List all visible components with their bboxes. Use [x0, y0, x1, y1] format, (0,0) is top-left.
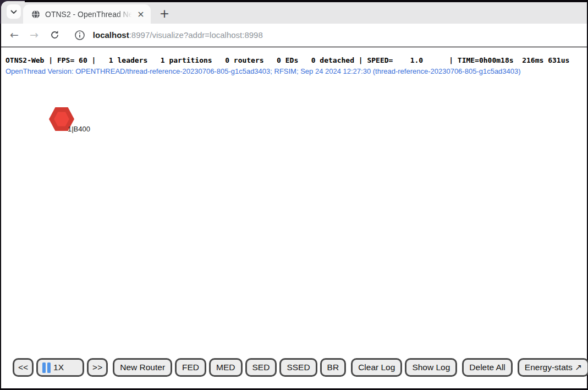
tab-list-button[interactable]: [7, 4, 21, 19]
otns-canvas: OTNS2-Web | FPS= 60 | 1 leaders 1 partit…: [1, 47, 587, 388]
pause-icon: [42, 362, 51, 373]
reload-button[interactable]: [50, 30, 60, 40]
new-med-button[interactable]: MED: [209, 358, 242, 377]
node-label: 1|B400: [68, 125, 90, 133]
openthread-version-link[interactable]: OpenThread Version: OPENTHREAD/thread-re…: [6, 67, 521, 75]
tab-title: OTNS2 - OpenThread Ne: [45, 10, 132, 19]
delete-all-button[interactable]: Delete All: [462, 358, 512, 377]
clear-log-button[interactable]: Clear Log: [351, 358, 402, 377]
chevron-down-icon: [10, 7, 17, 17]
address-bar: ← → localhost:8997/visualize?addr=localh…: [1, 24, 587, 47]
new-tab-button[interactable]: +: [156, 5, 173, 21]
speed-display-button[interactable]: 1X: [36, 358, 84, 377]
action-toolbar: << 1X >> New Router FED MED SED SSED BR …: [13, 358, 588, 377]
new-router-button[interactable]: New Router: [113, 358, 172, 377]
info-icon[interactable]: [74, 30, 85, 41]
browser-tab[interactable]: OTNS2 - OpenThread Ne ×: [23, 4, 151, 24]
new-ssed-button[interactable]: SSED: [279, 358, 317, 377]
url-host: localhost: [93, 30, 129, 40]
energy-stats-button[interactable]: Energy-stats ↗: [518, 358, 588, 377]
url-path: :8997/visualize?addr=localhost:8998: [129, 30, 263, 40]
back-button[interactable]: ←: [10, 30, 19, 40]
status-line: OTNS2-Web | FPS= 60 | 1 leaders 1 partit…: [6, 56, 569, 64]
new-br-button[interactable]: BR: [320, 358, 347, 377]
globe-icon: [31, 10, 40, 19]
tab-strip: OTNS2 - OpenThread Ne × +: [1, 2, 587, 24]
speed-value: 1X: [53, 362, 64, 372]
speed-down-button[interactable]: <<: [13, 358, 34, 377]
new-sed-button[interactable]: SED: [245, 358, 277, 377]
tab-close-button[interactable]: ×: [135, 8, 146, 19]
browser-window: OTNS2 - OpenThread Ne × + ← → localhost:…: [1, 0, 587, 388]
speed-up-button[interactable]: >>: [87, 358, 108, 377]
url-text[interactable]: localhost:8997/visualize?addr=localhost:…: [93, 30, 263, 40]
new-fed-button[interactable]: FED: [175, 358, 206, 377]
show-log-button[interactable]: Show Log: [405, 358, 457, 377]
forward-button[interactable]: →: [30, 30, 39, 40]
